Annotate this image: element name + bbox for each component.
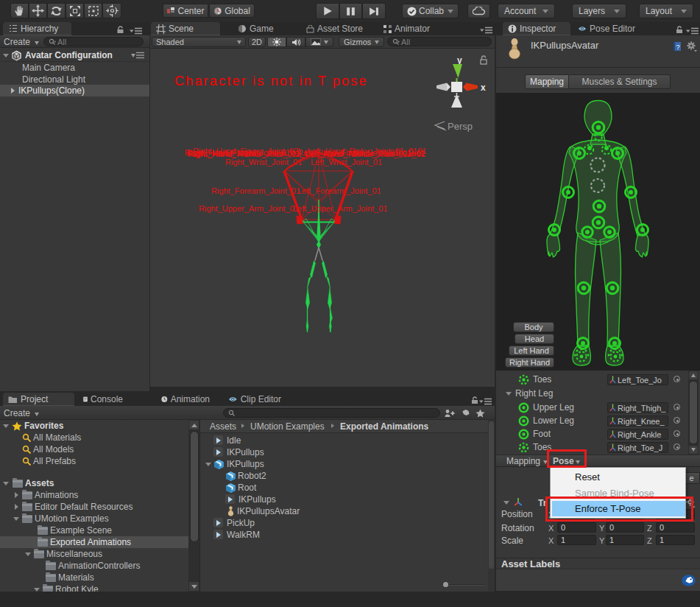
svg-text:Left_Wrist_Joint_01: Left_Wrist_Joint_01	[311, 158, 382, 166]
svg-text:y: y	[457, 55, 462, 66]
svg-text:Right_Forearm_Joint_01: Right_Forearm_Joint_01	[211, 186, 300, 195]
svg-text:Right_Hand_Middle_Joint_01_Lef: Right_Hand_Middle_Joint_01_Left_Hand_Mid…	[187, 149, 425, 158]
svg-text:Right_Wrist_Joint_01: Right_Wrist_Joint_01	[225, 158, 302, 166]
svg-text:Left_Forearm_Joint_01: Left_Forearm_Joint_01	[297, 186, 381, 195]
svg-text:Left_Upper_Arm_Joint_01: Left_Upper_Arm_Joint_01	[293, 204, 387, 213]
svg-text:x: x	[481, 83, 486, 93]
svg-text:?: ?	[676, 43, 679, 51]
svg-text:Persp: Persp	[448, 121, 473, 132]
svg-text:Right_Upper_Arm_Joint_01: Right_Upper_Arm_Joint_01	[199, 204, 299, 213]
